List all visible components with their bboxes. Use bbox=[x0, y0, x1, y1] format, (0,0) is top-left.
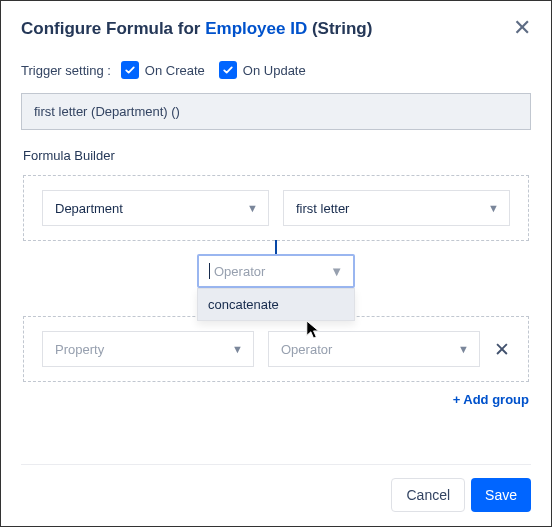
operator-select-2-placeholder: Operator bbox=[281, 342, 332, 357]
chevron-down-icon: ▼ bbox=[232, 343, 243, 355]
on-create-label: On Create bbox=[145, 63, 205, 78]
add-group-label: Add group bbox=[463, 392, 529, 407]
trigger-label: Trigger setting : bbox=[21, 63, 111, 78]
remove-group-icon[interactable]: ✕ bbox=[494, 338, 510, 361]
text-caret bbox=[209, 263, 210, 279]
plus-icon: + bbox=[453, 392, 461, 407]
group-operator-select[interactable]: Operator ▼ bbox=[197, 254, 355, 288]
group-operator-option-concatenate[interactable]: concatenate bbox=[198, 289, 354, 320]
formula-group-1: Department ▼ first letter ▼ bbox=[23, 175, 529, 241]
operator-select-1[interactable]: first letter ▼ bbox=[283, 190, 510, 226]
operator-select-1-value: first letter bbox=[296, 201, 349, 216]
dialog-title: Configure Formula for Employee ID (Strin… bbox=[21, 19, 372, 39]
chevron-down-icon: ▼ bbox=[247, 202, 258, 214]
on-create-checkbox[interactable] bbox=[121, 61, 139, 79]
close-icon[interactable]: ✕ bbox=[513, 19, 531, 37]
on-update-label: On Update bbox=[243, 63, 306, 78]
formula-preview: first letter (Department) () bbox=[21, 93, 531, 130]
title-link[interactable]: Employee ID bbox=[205, 19, 307, 38]
property-select-2-placeholder: Property bbox=[55, 342, 104, 357]
formula-group-2: Property ▼ Operator ▼ ✕ bbox=[23, 316, 529, 382]
title-suffix: (String) bbox=[307, 19, 372, 38]
title-prefix: Configure Formula for bbox=[21, 19, 205, 38]
chevron-down-icon: ▼ bbox=[330, 264, 343, 279]
connector-line bbox=[275, 240, 277, 254]
cancel-button[interactable]: Cancel bbox=[391, 478, 465, 512]
operator-select-2[interactable]: Operator ▼ bbox=[268, 331, 480, 367]
group-operator-placeholder: Operator bbox=[214, 264, 330, 279]
chevron-down-icon: ▼ bbox=[458, 343, 469, 355]
builder-label: Formula Builder bbox=[23, 148, 531, 163]
property-select-1-value: Department bbox=[55, 201, 123, 216]
on-update-checkbox[interactable] bbox=[219, 61, 237, 79]
trigger-setting-row: Trigger setting : On Create On Update bbox=[21, 61, 531, 79]
add-group-button[interactable]: +Add group bbox=[23, 392, 529, 407]
property-select-1[interactable]: Department ▼ bbox=[42, 190, 269, 226]
group-operator-dropdown: concatenate bbox=[197, 288, 355, 321]
chevron-down-icon: ▼ bbox=[488, 202, 499, 214]
property-select-2[interactable]: Property ▼ bbox=[42, 331, 254, 367]
save-button[interactable]: Save bbox=[471, 478, 531, 512]
